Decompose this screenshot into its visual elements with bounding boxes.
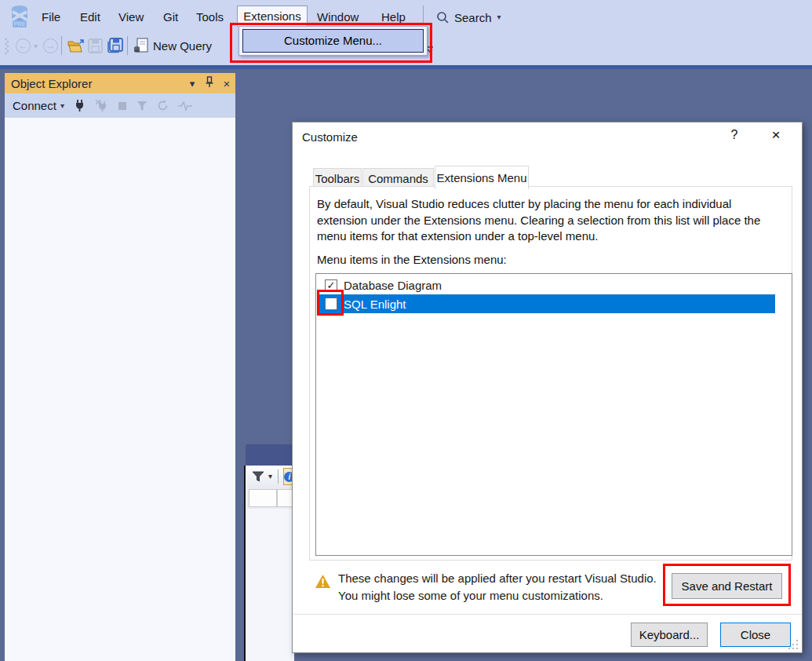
list-item-label: SQL Enlight	[344, 298, 406, 311]
grid-header-cell	[249, 489, 277, 507]
list-item-label: Database Diagram	[344, 279, 442, 292]
extensions-menu-tab-page: By default, Visual Studio reduces clutte…	[309, 186, 792, 561]
menu-separator	[423, 5, 424, 25]
dialog-title: Customize	[302, 130, 358, 144]
list-label: Menu items in the Extensions menu:	[317, 253, 507, 266]
search-caret-icon: ▾	[497, 8, 501, 27]
background-window-content: ▾ i	[244, 466, 294, 661]
pin-icon[interactable]	[201, 76, 218, 90]
toolbar-separator	[127, 36, 128, 55]
back-history-caret-icon[interactable]: ▾	[34, 37, 38, 56]
refresh-icon	[157, 100, 169, 111]
new-query-label: New Query	[153, 39, 212, 53]
search-label: Search	[454, 11, 492, 24]
background-window: ▾ i	[244, 444, 294, 661]
forward-arrow-icon: →	[43, 38, 58, 53]
navigate-forward-button[interactable]: →	[43, 35, 58, 57]
window-position-caret-icon[interactable]: ▾	[184, 78, 201, 89]
keyboard-button[interactable]: Keyboard...	[631, 623, 708, 647]
new-query-icon	[133, 38, 148, 53]
save-button[interactable]	[88, 35, 103, 57]
menu-window[interactable]: Window	[317, 8, 359, 27]
menu-view[interactable]: View	[118, 8, 144, 27]
app-icon: PRE	[8, 4, 31, 29]
open-folder-icon	[67, 38, 86, 53]
list-item-sql-enlight[interactable]: SQL Enlight	[317, 294, 775, 313]
toolbar-separator	[61, 36, 62, 55]
object-explorer-toolbar: Connect ▾	[5, 93, 235, 118]
customize-menu-item[interactable]: Customize Menu...	[242, 29, 424, 53]
background-window-toolbar: ▾ i	[247, 466, 294, 488]
connect-plug-icon[interactable]	[74, 99, 86, 112]
menu-help[interactable]: Help	[381, 8, 406, 27]
object-explorer-panel: Object Explorer ▾ × Connect ▾	[5, 73, 235, 661]
connect-button[interactable]: Connect	[13, 99, 56, 112]
warning-text-line2: You might lose some of your menu customi…	[338, 589, 675, 602]
warning-icon	[315, 574, 331, 592]
connect-caret-icon[interactable]: ▾	[60, 97, 64, 115]
save-all-icon	[107, 38, 123, 53]
object-explorer-header: Object Explorer ▾ ×	[5, 73, 235, 93]
menu-edit[interactable]: Edit	[80, 8, 100, 27]
new-query-button[interactable]: New Query	[133, 35, 212, 57]
tab-extensions-menu[interactable]: Extensions Menu	[435, 166, 529, 189]
menu-extensions[interactable]: Extensions	[237, 5, 308, 27]
customize-dialog: Customize ? × Toolbars Commands Extensio…	[292, 122, 803, 653]
help-button[interactable]: ?	[725, 128, 744, 147]
menu-git[interactable]: Git	[163, 8, 178, 27]
close-button[interactable]: ×	[765, 126, 787, 147]
navigate-back-button[interactable]: ←	[16, 35, 31, 57]
menu-tools[interactable]: Tools	[196, 8, 224, 27]
filter-caret-icon[interactable]: ▾	[268, 467, 272, 486]
object-explorer-body[interactable]	[5, 118, 235, 661]
list-item-database-diagram[interactable]: ✓ Database Diagram	[317, 276, 775, 294]
object-explorer-title: Object Explorer	[11, 77, 184, 90]
close-icon[interactable]: ×	[218, 77, 235, 90]
save-and-restart-button[interactable]: Save and Restart	[672, 573, 782, 599]
extensions-listbox[interactable]: ✓ Database Diagram SQL Enlight	[315, 273, 792, 556]
search-icon	[436, 11, 450, 24]
background-grid-header	[247, 488, 294, 509]
resize-grip-icon[interactable]	[788, 639, 798, 649]
warning-text-line1: These changes will be applied after you …	[338, 572, 675, 585]
toolbar-drag-handle-icon[interactable]	[5, 38, 9, 55]
app-badge-text: PRE	[14, 21, 26, 27]
extensions-dropdown-menu: Customize Menu...	[239, 26, 428, 56]
search-control[interactable]: Search ▾	[436, 8, 501, 27]
open-file-button[interactable]	[67, 35, 86, 57]
close-dialog-button[interactable]: Close	[720, 623, 791, 647]
save-floppy-icon	[88, 38, 103, 53]
checkbox-unchecked[interactable]	[325, 298, 337, 310]
checkbox-checked[interactable]: ✓	[325, 279, 337, 292]
disconnect-plug-icon	[95, 99, 108, 112]
filter-icon	[137, 100, 147, 111]
menu-file[interactable]: File	[42, 8, 60, 27]
stop-icon	[118, 101, 127, 111]
dialog-description: By default, Visual Studio reduces clutte…	[317, 196, 781, 245]
window-accent-strip	[0, 65, 812, 69]
ssms-window: PRE File Edit View Git Tools Extensions …	[0, 0, 812, 661]
background-window-titlebar	[246, 444, 294, 466]
filter-icon[interactable]	[252, 471, 264, 482]
toolbar-separator	[278, 469, 279, 484]
save-all-button[interactable]	[107, 35, 123, 57]
footer-divider	[293, 614, 802, 615]
activity-monitor-icon	[178, 101, 192, 111]
back-arrow-icon: ←	[16, 38, 31, 53]
